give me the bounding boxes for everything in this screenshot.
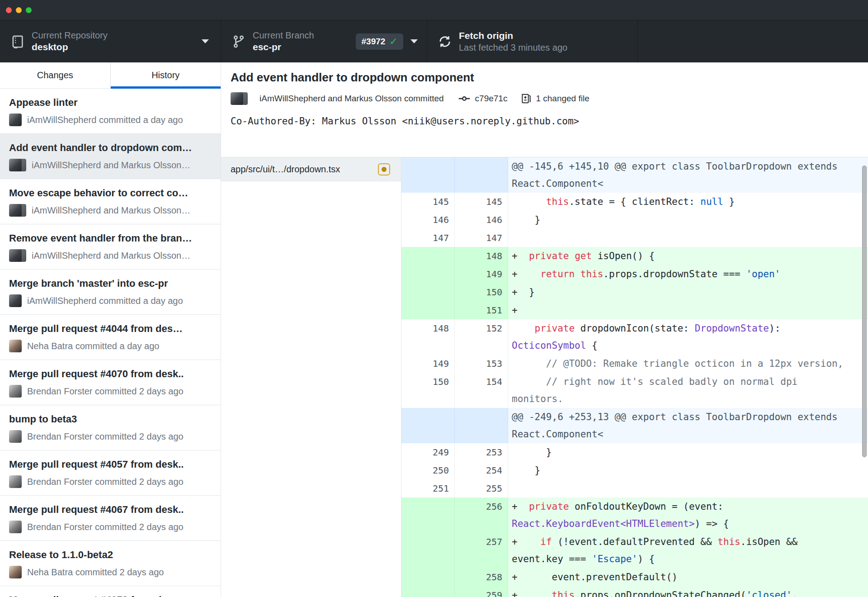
zoom-button[interactable]	[26, 7, 32, 13]
diff-row: 257+ if (!event.defaultPrevented && this…	[401, 533, 868, 568]
avatar	[9, 249, 26, 262]
diff-old-line-number	[401, 301, 455, 319]
diff-row: 256+ private onFoldoutKeyDown = (event: …	[401, 498, 868, 533]
commit-list-item[interactable]: Merge pull request #4070 from desk..Bren…	[0, 360, 221, 405]
repository-name: desktop	[32, 42, 108, 52]
diff-new-line-number: 256	[455, 498, 508, 533]
diff-code-text: + }	[512, 284, 843, 301]
commit-list-item[interactable]: Merge branch 'master' into esc-priAmWill…	[0, 270, 221, 315]
avatar	[9, 521, 22, 533]
file-list-item[interactable]: app/src/ui/t…/dropdown.tsx	[221, 157, 401, 181]
scrollbar-thumb[interactable]	[862, 166, 867, 457]
diff-row: @@ -249,6 +253,13 @@ export class Toolba…	[401, 408, 868, 443]
diff-row: 149153 // @TODO: Remake triangle octicon…	[401, 355, 868, 373]
diff-code-text: + private get isOpen() {	[512, 247, 843, 265]
commit-item-byline-text: Brendan Forster committed 2 days ago	[27, 386, 184, 397]
avatar	[9, 249, 22, 262]
diff-new-line-number: 150	[455, 283, 508, 301]
repo-icon	[11, 35, 24, 48]
sync-icon	[438, 35, 452, 48]
fetch-origin-button[interactable]: Fetch origin Last fetched 3 minutes ago	[427, 20, 638, 62]
diff-code-text: + this.props.onDropdownStateChanged('clo…	[512, 587, 843, 597]
commit-item-byline: iAmWillShepherd and Markus Olsson…	[9, 204, 212, 217]
commit-sha: c79e71c	[475, 94, 508, 104]
commit-item-title: Merge branch 'master' into esc-pr	[9, 278, 212, 289]
diff-code: @@ -249,6 +253,13 @@ export class Toolba…	[508, 408, 868, 443]
commit-list-item[interactable]: Merge pull request #4044 from des…Neha B…	[0, 315, 221, 360]
commit-item-byline-text: Brendan Forster committed 2 days ago	[27, 522, 184, 532]
close-button[interactable]	[6, 7, 12, 13]
commit-list-item[interactable]: Add event handler to dropdown com…iAmWil…	[0, 134, 221, 179]
diff-code: + event.preventDefault()	[508, 568, 868, 586]
commit-item-title: Add event handler to dropdown com…	[9, 142, 212, 154]
tab-bar: Changes History	[0, 62, 221, 89]
avatar	[9, 204, 26, 217]
diff-code: + return this.props.dropdownState === 'o…	[508, 265, 868, 283]
diff-row: 259+ this.props.onDropdownStateChanged('…	[401, 586, 868, 597]
commit-list-item[interactable]: Remove event handler from the bran…iAmWi…	[0, 224, 221, 270]
commit-sha-group: c79e71c	[458, 94, 508, 104]
commit-meta: iAmWillShepherd and Markus Olsson commit…	[231, 92, 857, 105]
minimize-button[interactable]	[16, 7, 22, 13]
diff-new-line-number: 153	[455, 355, 508, 373]
diff-code-text: }	[512, 444, 843, 461]
avatar	[9, 475, 22, 488]
commit-list-item[interactable]: Move escape behavior to correct co…iAmWi…	[0, 179, 221, 224]
diff-old-line-number	[401, 157, 455, 193]
diff-code-text: + return this.props.dropdownState === 'o…	[512, 265, 843, 283]
tab-changes[interactable]: Changes	[0, 62, 110, 88]
diff-old-line-number	[401, 408, 455, 443]
diff-code: +	[508, 301, 868, 319]
diff-new-line-number: 149	[455, 265, 508, 283]
file-path: app/src/ui/t…/dropdown.tsx	[231, 164, 378, 175]
commit-item-byline-text: Brendan Forster committed 2 days ago	[27, 477, 184, 487]
diff-code-text: // right now it's scaled badly on normal…	[512, 373, 843, 407]
chevron-down-icon	[202, 39, 209, 43]
commit-list-item[interactable]: bump to beta3Brendan Forster committed 2…	[0, 405, 221, 450]
commit-item-title: Appease linter	[9, 97, 212, 109]
diff-new-line-number: 253	[455, 443, 508, 461]
diff-new-line-number	[455, 408, 508, 443]
avatar	[9, 159, 26, 171]
diff-code-text: private dropdownIcon(state: DropdownStat…	[512, 320, 843, 354]
commit-item-byline: iAmWillShepherd and Markus Olsson…	[9, 249, 212, 262]
diff-old-line-number	[401, 498, 455, 533]
commit-list-item[interactable]: Release to 1.1.0-beta2Neha Batra committ…	[0, 541, 221, 586]
diff-code: }	[508, 443, 868, 461]
diff-old-line-number	[401, 247, 455, 265]
fetch-title: Fetch origin	[459, 30, 567, 41]
branch-label: Current Branch	[253, 30, 314, 40]
repository-dropdown-button[interactable]: Current Repository desktop	[0, 20, 221, 62]
commit-item-byline: Neha Batra committed 2 days ago	[9, 566, 212, 578]
diff-file-icon	[521, 93, 532, 104]
commit-item-byline: Brendan Forster committed 2 days ago	[9, 475, 212, 488]
diff-code-text	[512, 480, 843, 497]
branch-dropdown-button[interactable]: Current Branch esc-pr #3972 ✓	[221, 20, 427, 62]
commit-item-title: Merge pull request #4067 from desk..	[9, 504, 212, 516]
titlebar	[0, 0, 868, 20]
commit-list-item[interactable]: Merge pull request #4073 from d…	[0, 586, 221, 597]
diff-row: 249253 }	[401, 443, 868, 461]
commit-item-byline-text: iAmWillShepherd and Markus Olsson…	[32, 251, 190, 261]
diff-row: 147147	[401, 229, 868, 247]
diff-row: 150+ }	[401, 283, 868, 301]
diff-code-text: +	[512, 302, 843, 319]
diff-old-line-number	[401, 586, 455, 597]
commit-item-byline-text: iAmWillShepherd and Markus Olsson…	[32, 160, 190, 171]
commit-list-item[interactable]: Merge pull request #4067 from desk..Bren…	[0, 496, 221, 541]
diff-row: 150154 // right now it's scaled badly on…	[401, 373, 868, 408]
commit-list-item[interactable]: Merge pull request #4057 from desk..Bren…	[0, 450, 221, 496]
commit-item-title: bump to beta3	[9, 413, 212, 425]
diff-old-line-number: 145	[401, 193, 455, 211]
commit-item-title: Merge pull request #4044 from des…	[9, 323, 212, 335]
tab-history[interactable]: History	[110, 62, 221, 88]
diff-code-text: + private onFoldoutKeyDown = (event: Rea…	[512, 498, 843, 532]
avatar	[9, 159, 22, 171]
commit-list-item[interactable]: Appease linteriAmWillShepherd committed …	[0, 89, 221, 134]
diff-content: app/src/ui/t…/dropdown.tsx @@ -145,6 +14…	[221, 157, 868, 597]
diff-code: @@ -145,6 +145,10 @@ export class Toolba…	[508, 157, 868, 193]
changed-files-group: 1 changed file	[521, 93, 589, 104]
commit-item-byline-text: Neha Batra committed a day ago	[27, 341, 159, 351]
diff-new-line-number: 148	[455, 247, 508, 265]
avatar	[9, 566, 22, 578]
